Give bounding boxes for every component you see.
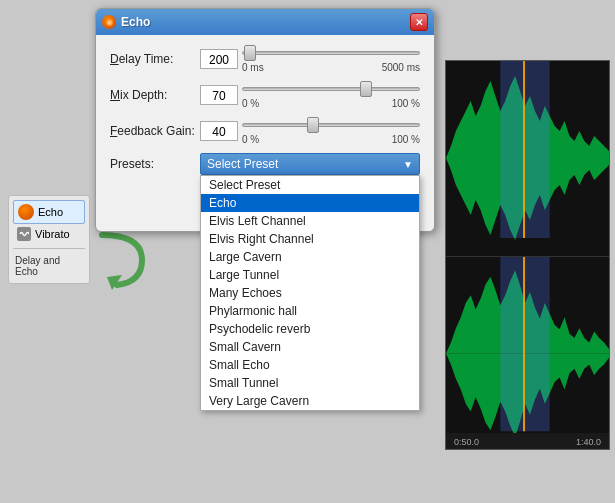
delay-time-label: Delay Time:	[110, 52, 200, 66]
dropdown-arrow-icon: ▼	[403, 159, 413, 170]
mix-depth-min: 0 %	[242, 98, 259, 109]
waveform-panel: 0:50.0 1:40.0	[445, 60, 610, 450]
plugin-item-vibrato[interactable]: Vibrato	[13, 224, 85, 244]
delay-time-row: Delay Time: 200 0 ms 5000 ms	[110, 45, 420, 73]
plugin-item-echo[interactable]: Echo	[13, 200, 85, 224]
dropdown-item-elvis-left[interactable]: Elvis Left Channel	[201, 212, 419, 230]
feedback-gain-thumb[interactable]	[307, 117, 319, 133]
plugin-label-echo: Echo	[38, 206, 63, 218]
dialog-content: Delay Time: 200 0 ms 5000 ms Mix Depth:	[96, 35, 434, 231]
dropdown-item-small-echo[interactable]: Small Echo	[201, 356, 419, 374]
plugin-divider	[13, 248, 85, 249]
arrow-left-icon	[92, 220, 172, 314]
dialog-close-button[interactable]: ✕	[410, 13, 428, 31]
time-label-start: 0:50.0	[454, 437, 479, 447]
echo-icon	[18, 204, 34, 220]
mix-depth-slider[interactable]	[242, 81, 420, 97]
delay-time-value[interactable]: 200	[200, 49, 238, 69]
mix-depth-value[interactable]: 70	[200, 85, 238, 105]
dropdown-item-small-tunnel[interactable]: Small Tunnel	[201, 374, 419, 392]
dialog-icon-inner	[106, 19, 113, 26]
delay-time-range: 0 ms 5000 ms	[242, 62, 420, 73]
svg-rect-3	[500, 61, 549, 238]
feedback-gain-row: Feedback Gain: 40 0 % 100 %	[110, 117, 420, 145]
dropdown-item-large-cavern[interactable]: Large Cavern	[201, 248, 419, 266]
presets-dropdown-container: Select Preset ▼ Select Preset Echo Elvis…	[200, 153, 420, 175]
feedback-gain-value[interactable]: 40	[200, 121, 238, 141]
delay-time-slider-container: 0 ms 5000 ms	[242, 45, 420, 73]
delay-time-min: 0 ms	[242, 62, 264, 73]
feedback-gain-slider[interactable]	[242, 117, 420, 133]
svg-rect-4	[523, 61, 525, 238]
feedback-gain-min: 0 %	[242, 134, 259, 145]
mix-depth-row: Mix Depth: 70 0 % 100 %	[110, 81, 420, 109]
feedback-gain-max: 100 %	[392, 134, 420, 145]
feedback-gain-slider-container: 0 % 100 %	[242, 117, 420, 145]
dropdown-item-large-tunnel[interactable]: Large Tunnel	[201, 266, 419, 284]
dropdown-item-select-preset[interactable]: Select Preset	[201, 176, 419, 194]
dialog-app-icon	[102, 15, 116, 29]
waveform-timeline: 0:50.0 1:40.0	[446, 433, 609, 450]
dialog-title: Echo	[121, 15, 150, 29]
presets-label: Presets:	[110, 157, 200, 171]
delay-time-track	[242, 51, 420, 55]
feedback-gain-label: Feedback Gain:	[110, 124, 200, 138]
plugin-label-vibrato: Vibrato	[35, 228, 70, 240]
mix-depth-max: 100 %	[392, 98, 420, 109]
plugin-footer: Delay and Echo	[13, 253, 85, 279]
svg-rect-6	[500, 257, 549, 431]
feedback-gain-track	[242, 123, 420, 127]
mix-depth-thumb[interactable]	[360, 81, 372, 97]
svg-rect-7	[523, 257, 525, 431]
dropdown-item-very-large-cavern[interactable]: Very Large Cavern	[201, 392, 419, 410]
presets-dropdown-list: Select Preset Echo Elvis Left Channel El…	[200, 175, 420, 411]
waveform-bottom: 0:50.0 1:40.0	[446, 256, 609, 450]
presets-dropdown-button[interactable]: Select Preset ▼	[200, 153, 420, 175]
mix-depth-track	[242, 87, 420, 91]
presets-selected-label: Select Preset	[207, 157, 278, 171]
dropdown-item-many-echoes[interactable]: Many Echoes	[201, 284, 419, 302]
time-label-end: 1:40.0	[576, 437, 601, 447]
plugin-list: Echo Vibrato Delay and Echo	[8, 195, 90, 284]
delay-time-slider[interactable]	[242, 45, 420, 61]
presets-row: Presets: Select Preset ▼ Select Preset E…	[110, 153, 420, 175]
waveform-top	[446, 61, 609, 256]
echo-dialog: Echo ✕ Delay Time: 200 0 ms 5000 ms	[95, 8, 435, 232]
mix-depth-range: 0 % 100 %	[242, 98, 420, 109]
delay-time-max: 5000 ms	[382, 62, 420, 73]
dropdown-item-small-cavern[interactable]: Small Cavern	[201, 338, 419, 356]
mix-depth-label: Mix Depth:	[110, 88, 200, 102]
dropdown-item-echo[interactable]: Echo	[201, 194, 419, 212]
vibrato-icon	[17, 227, 31, 241]
dialog-titlebar: Echo ✕	[96, 9, 434, 35]
feedback-gain-range: 0 % 100 %	[242, 134, 420, 145]
title-left: Echo	[102, 15, 150, 29]
dropdown-item-phylarmonic[interactable]: Phylarmonic hall	[201, 302, 419, 320]
dropdown-item-psychodelic[interactable]: Psychodelic reverb	[201, 320, 419, 338]
delay-time-thumb[interactable]	[244, 45, 256, 61]
mix-depth-slider-container: 0 % 100 %	[242, 81, 420, 109]
dropdown-item-elvis-right[interactable]: Elvis Right Channel	[201, 230, 419, 248]
